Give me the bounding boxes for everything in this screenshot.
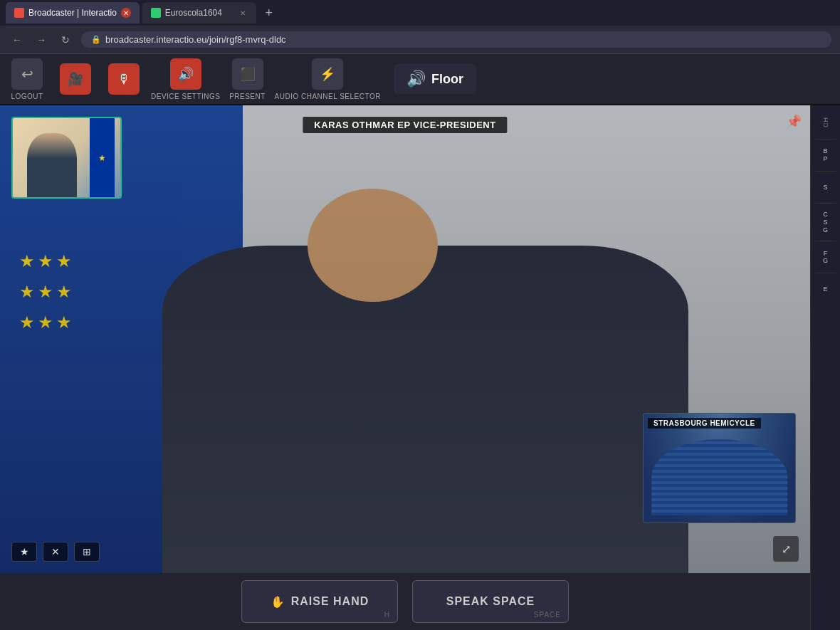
present-icon-wrap: ⬛: [232, 58, 263, 90]
strasbourg-seats: [651, 439, 788, 515]
camera-icon: 🎥: [68, 71, 83, 87]
sidebar-item-s[interactable]: S: [813, 177, 839, 197]
mic-icon-wrap: 🎙: [108, 63, 140, 95]
vc-star-button[interactable]: ★: [11, 542, 37, 562]
audio-icon: 🔊: [178, 66, 194, 82]
sidebar-divider-5: [815, 273, 836, 273]
close-icon: ✕: [51, 546, 60, 557]
thumbnail-woman[interactable]: ★: [11, 117, 122, 199]
thumbnail-woman-bg: ★: [13, 118, 120, 197]
sidebar-text-c: CSG: [823, 211, 828, 233]
audio-button[interactable]: 🔊 DEVICE SETTINGS: [151, 58, 221, 100]
device-settings-label: DEVICE SETTINGS: [151, 93, 221, 100]
thumb-eu-flag: ★: [90, 118, 115, 197]
sidebar-item-e[interactable]: E: [813, 279, 839, 299]
sidebar-divider-1: [815, 139, 836, 140]
tab2-close[interactable]: ✕: [238, 8, 248, 18]
translate-icon: ⚡: [320, 66, 335, 82]
vc-close-button[interactable]: ✕: [43, 542, 68, 562]
exit-icon: ↩: [21, 65, 33, 83]
raise-hand-shortcut: H: [384, 611, 390, 619]
tab2-label: Euroscola1604: [165, 8, 222, 18]
logout-icon-wrap: ↩: [11, 58, 43, 90]
tab1-favicon: [14, 8, 24, 18]
floor-indicator: 🔊 Floor: [394, 64, 476, 94]
sidebar-divider-3: [815, 203, 836, 204]
share-icon: ⬛: [240, 66, 256, 82]
video-container: ★★★★★★★★★ KARAS OTHMAR EP VICE-PRESIDENT…: [0, 105, 810, 573]
strasbourg-label: STRASBOURG HEMICYCLE: [648, 418, 761, 429]
sidebar-text-b: BP: [823, 147, 827, 163]
present-label: PRESENT: [229, 93, 266, 100]
forward-button[interactable]: →: [33, 31, 50, 48]
sidebar-item-c[interactable]: CSG: [813, 209, 839, 235]
person-head: [308, 189, 437, 302]
camera-icon-wrap: 🎥: [60, 63, 91, 95]
star-icon: ★: [20, 546, 29, 557]
audio-channel-label: AUDIO CHANNEL SELECTOR: [275, 93, 381, 100]
video-area: ★★★★★★★★★ KARAS OTHMAR EP VICE-PRESIDENT…: [0, 105, 810, 630]
translate-button[interactable]: ⚡ AUDIO CHANNEL SELECTOR: [275, 58, 381, 100]
tab-broadcaster[interactable]: Broadcaster | Interactio ✕: [6, 2, 140, 23]
speak-text: SPEAK space: [446, 595, 535, 608]
raise-hand-label-wrapper: ✋ RAISE HAND: [271, 595, 369, 609]
sidebar-text-f: FG: [823, 250, 828, 266]
speak-label-wrapper: SPEAK space: [446, 595, 535, 608]
url-bar[interactable]: 🔒 broadcaster.interactio.eu/join/rgf8-mv…: [81, 31, 831, 48]
present-button[interactable]: ⬛ PRESENT: [226, 58, 269, 100]
strasbourg-interior: [644, 414, 795, 523]
sidebar-divider-2: [815, 171, 836, 172]
floor-audio-icon: 🔊: [406, 70, 426, 88]
url-text: broadcaster.interactio.eu/join/rgf8-mvrq…: [105, 34, 286, 45]
right-sidebar: CH BP S CSG FG E: [810, 105, 840, 630]
speak-shortcut: SPACE: [534, 611, 561, 619]
logout-label: LOGOUT: [11, 93, 43, 100]
translate-icon-wrap: ⚡: [312, 58, 343, 90]
main-content: ★★★★★★★★★ KARAS OTHMAR EP VICE-PRESIDENT…: [0, 105, 840, 630]
tab1-close[interactable]: ✕: [121, 8, 131, 18]
ssl-lock-icon: 🔒: [91, 35, 101, 44]
fullscreen-icon: ⤢: [782, 542, 791, 556]
thumb-person: [27, 133, 77, 197]
sidebar-divider-4: [815, 241, 836, 241]
address-bar: ← → ↻ 🔒 broadcaster.interactio.eu/join/r…: [0, 26, 840, 54]
tab1-label: Broadcaster | Interactio: [28, 8, 117, 18]
tab2-favicon: [151, 8, 161, 18]
vc-grid-button[interactable]: ⊞: [74, 542, 100, 562]
thumbnail-strasbourg[interactable]: STRASBOURG HEMICYCLE: [643, 413, 796, 523]
refresh-button[interactable]: ↻: [57, 31, 74, 48]
raise-hand-button[interactable]: ✋ RAISE HAND H: [241, 580, 398, 623]
mic-icon: 🎙: [117, 72, 130, 87]
sidebar-text-e: E: [823, 285, 827, 293]
hand-icon: ✋: [271, 595, 285, 609]
sidebar-item-f[interactable]: FG: [813, 247, 839, 267]
audio-icon-wrap: 🔊: [170, 58, 201, 90]
sidebar-item-b[interactable]: BP: [813, 145, 839, 165]
pin-icon[interactable]: 📌: [786, 114, 802, 130]
new-tab-button[interactable]: +: [259, 3, 279, 23]
logout-button[interactable]: ↩ LOGOUT: [6, 58, 48, 100]
speak-button[interactable]: SPEAK space SPACE: [412, 580, 569, 623]
sidebar-header: CH: [822, 111, 829, 133]
action-bar: ✋ RAISE HAND H SPEAK space SPACE: [0, 573, 810, 630]
tab-euroscola[interactable]: Euroscola1604 ✕: [142, 2, 256, 23]
back-button[interactable]: ←: [9, 31, 26, 48]
video-controls: ★ ✕ ⊞: [11, 542, 100, 562]
fullscreen-button[interactable]: ⤢: [773, 536, 799, 562]
sidebar-text-s: S: [823, 184, 827, 191]
floor-label: Floor: [431, 72, 463, 87]
camera-button[interactable]: 🎥: [54, 63, 97, 95]
app-toolbar: ↩ LOGOUT 🎥 🎙 🔊 DEVICE SETTINGS ⬛ PRESENT…: [0, 54, 840, 105]
person-body: [162, 246, 689, 573]
browser-chrome: Broadcaster | Interactio ✕ Euroscola1604…: [0, 0, 840, 54]
raise-hand-text: RAISE HAND: [291, 595, 369, 608]
grid-icon: ⊞: [83, 546, 91, 557]
mic-button[interactable]: 🎙: [103, 63, 145, 95]
speaker-name-label: KARAS OTHMAR EP VICE-PRESIDENT: [303, 117, 507, 133]
tab-bar: Broadcaster | Interactio ✕ Euroscola1604…: [0, 0, 840, 26]
eu-flag-stars: ★★★★★★★★★: [19, 246, 75, 338]
